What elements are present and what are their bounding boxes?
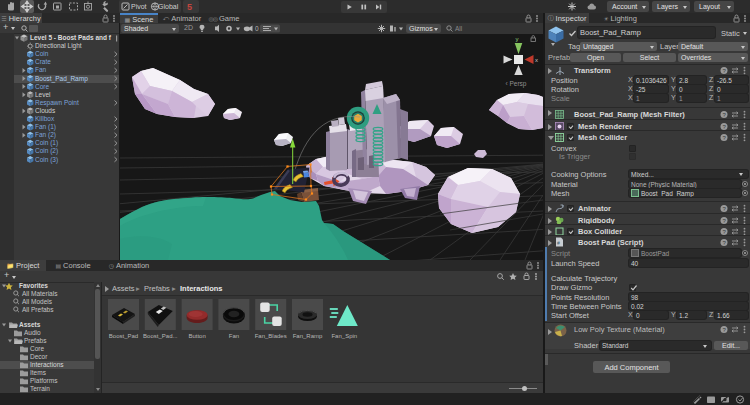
svg-text:0: 0	[255, 25, 259, 32]
svg-text:y: y	[516, 36, 519, 42]
svg-text:Fan_Blades: Fan_Blades	[255, 333, 287, 339]
svg-text:Fan_Ramp: Fan_Ramp	[293, 333, 323, 339]
svg-text:x: x	[535, 57, 538, 63]
svg-text:Button: Button	[188, 333, 205, 339]
svg-text:Boost_Pad...: Boost_Pad...	[143, 333, 178, 339]
svg-text:#: #	[557, 240, 560, 246]
svg-text:Fan: Fan	[229, 333, 239, 339]
svg-text:All: All	[455, 25, 463, 32]
svg-text:‹ Persp: ‹ Persp	[506, 80, 527, 88]
svg-text:Boost_Pad: Boost_Pad	[109, 333, 138, 339]
svg-text:Fan_Spin: Fan_Spin	[331, 333, 357, 339]
